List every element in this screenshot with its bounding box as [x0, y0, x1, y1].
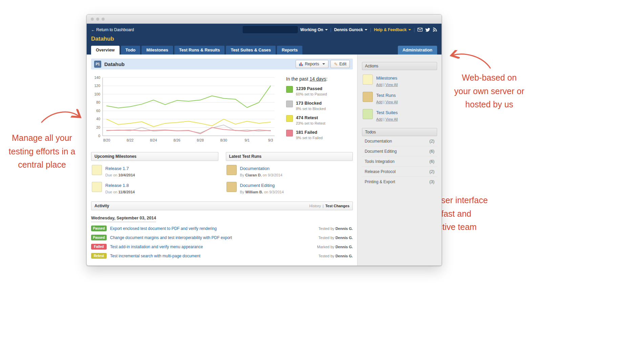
- tab-todo[interactable]: Todo: [121, 46, 141, 55]
- milestones-add-link[interactable]: Add: [376, 83, 383, 87]
- tab-reports[interactable]: Reports: [277, 46, 302, 55]
- blocked-detail: 8% set to Blocked: [296, 107, 326, 111]
- action-test-runs: Test Runs Add | View All: [362, 87, 437, 105]
- window-close-button[interactable]: [91, 18, 94, 21]
- tab-test-suites-cases[interactable]: Test Suites & Cases: [226, 46, 276, 55]
- todo-item[interactable]: Documentation (2): [362, 136, 437, 146]
- blocked-count: 173 Blocked: [296, 101, 326, 106]
- separator: |: [384, 117, 385, 121]
- reports-button[interactable]: Reports: [296, 60, 328, 68]
- content-area: P1 Datahub Reports ✎ Edit: [87, 55, 442, 265]
- status-badge: Retest: [91, 253, 107, 259]
- test-runs-add-link[interactable]: Add: [376, 100, 383, 104]
- separator: |: [330, 27, 331, 32]
- test-runs-view-all-link[interactable]: View All: [385, 100, 398, 104]
- blocked-swatch: [286, 101, 293, 107]
- main-column: P1 Datahub Reports ✎ Edit: [87, 55, 357, 265]
- activity-row: Retest Test incremental search with mult…: [91, 253, 353, 259]
- chevron-down-icon: [322, 63, 325, 65]
- right-sidebar: Actions Milestones Add | View All Test R…: [357, 55, 442, 265]
- milestones-view-all-link[interactable]: View All: [385, 83, 398, 87]
- milestone-link[interactable]: Release 1.8: [105, 183, 129, 188]
- svg-text:8/30: 8/30: [220, 138, 227, 142]
- test-run-link[interactable]: Documentation: [240, 166, 270, 171]
- svg-text:9/3: 9/3: [268, 138, 273, 142]
- return-to-dashboard-link[interactable]: ← Return to Dashboard: [91, 27, 134, 32]
- passed-swatch: [286, 86, 293, 93]
- todo-count: (6): [429, 149, 434, 154]
- svg-text:8/26: 8/26: [173, 138, 180, 142]
- todo-count: (2): [429, 169, 434, 174]
- history-link[interactable]: History: [309, 204, 321, 208]
- todo-item[interactable]: Document Editing (6): [362, 146, 437, 156]
- failed-detail: 9% set to Failed: [296, 136, 323, 140]
- todo-item[interactable]: Printing & Export (3): [362, 177, 437, 187]
- test-run-by: By William B. on 9/3/2014: [240, 190, 284, 194]
- milestones-link[interactable]: Milestones: [376, 76, 397, 81]
- mail-icon[interactable]: [417, 28, 423, 31]
- window-titlebar: [87, 15, 442, 24]
- search-box[interactable]: [243, 26, 298, 33]
- twitter-icon[interactable]: [425, 28, 430, 32]
- test-suites-link[interactable]: Test Suites: [376, 110, 398, 115]
- window-zoom-button[interactable]: [102, 18, 105, 21]
- help-feedback-menu[interactable]: Help & Feedback: [374, 27, 411, 32]
- edit-button[interactable]: ✎ Edit: [330, 60, 350, 68]
- svg-text:8/28: 8/28: [197, 138, 204, 142]
- test-run-icon: [363, 92, 373, 102]
- svg-text:0: 0: [98, 134, 100, 138]
- svg-text:8/20: 8/20: [103, 138, 110, 142]
- test-changes-link[interactable]: Test Changes: [325, 204, 349, 208]
- user-menu[interactable]: Dennis Gurock: [334, 27, 367, 32]
- activity-date-heading: Wednesday, September 03, 2014: [91, 216, 156, 222]
- upcoming-milestones-header: Upcoming Milestones: [91, 152, 218, 161]
- test-run-icon: [227, 165, 237, 175]
- chevron-down-icon: [365, 29, 367, 30]
- tab-test-runs-results[interactable]: Test Runs & Results: [174, 46, 225, 55]
- test-run-by: By Ciaran D. on 9/3/2014: [240, 173, 282, 177]
- activity-test-link[interactable]: Test incremental search with multi-page …: [110, 254, 200, 258]
- tab-administration[interactable]: Administration: [398, 46, 437, 55]
- retest-count: 474 Retest: [296, 115, 325, 120]
- separator: |: [323, 204, 324, 208]
- tab-overview[interactable]: Overview: [91, 46, 120, 55]
- test-run-item: Documentation By Ciaran D. on 9/3/2014: [226, 161, 353, 178]
- test-runs-link[interactable]: Test Runs: [376, 93, 396, 98]
- date-range-link[interactable]: 14 days: [309, 76, 326, 82]
- milestone-due: Due on 10/4/2014: [105, 173, 135, 177]
- legend-entry-blocked: 173 Blocked 8% set to Blocked: [286, 101, 327, 111]
- search-input[interactable]: [246, 27, 296, 32]
- test-suites-view-all-link[interactable]: View All: [385, 117, 398, 121]
- top-nav-row: ← Return to Dashboard Working On | Denni…: [87, 24, 442, 33]
- rss-icon[interactable]: [433, 27, 437, 32]
- panels-row: Upcoming Milestones Release 1.7 Due on 1…: [91, 152, 353, 195]
- summary-title: In the past 14 days:: [286, 76, 327, 82]
- svg-text:80: 80: [96, 100, 100, 104]
- svg-text:120: 120: [94, 84, 100, 88]
- todo-item[interactable]: Tools Integration (6): [362, 156, 437, 167]
- tab-milestones[interactable]: Milestones: [142, 46, 173, 55]
- svg-text:8/24: 8/24: [150, 138, 157, 142]
- todo-item[interactable]: Release Protocol (2): [362, 167, 437, 177]
- activity-test-link[interactable]: Test add-in installation and verify menu…: [110, 244, 203, 249]
- separator: |: [384, 100, 385, 104]
- failed-count: 181 Failed: [296, 130, 323, 135]
- legend-entry-retest: 474 Retest 23% set to Retest: [286, 115, 327, 125]
- upcoming-milestones-panel: Upcoming Milestones Release 1.7 Due on 1…: [91, 152, 218, 195]
- activity-tester: Tested by Dennis G.: [319, 227, 353, 231]
- status-line-chart: 0204060801001201408/208/228/248/268/288/…: [91, 74, 277, 146]
- working-on-menu[interactable]: Working On: [300, 27, 328, 32]
- app-window: ← Return to Dashboard Working On | Denni…: [86, 14, 442, 266]
- retest-detail: 23% set to Retest: [296, 121, 325, 125]
- test-run-link[interactable]: Document Editing: [240, 183, 275, 188]
- annotation-top-right: Web-based on your own server or hosted b…: [454, 71, 525, 111]
- window-minimize-button[interactable]: [96, 18, 99, 21]
- milestone-icon: [92, 182, 102, 192]
- milestone-link[interactable]: Release 1.7: [105, 166, 129, 171]
- passed-detail: 60% set to Passed: [296, 92, 327, 96]
- activity-test-link[interactable]: Change document margins and test interop…: [110, 235, 232, 240]
- test-suites-add-link[interactable]: Add: [376, 117, 383, 121]
- todo-count: (2): [429, 139, 434, 144]
- pencil-icon: ✎: [334, 62, 338, 67]
- activity-test-link[interactable]: Export enclosed test document to PDF and…: [110, 226, 217, 231]
